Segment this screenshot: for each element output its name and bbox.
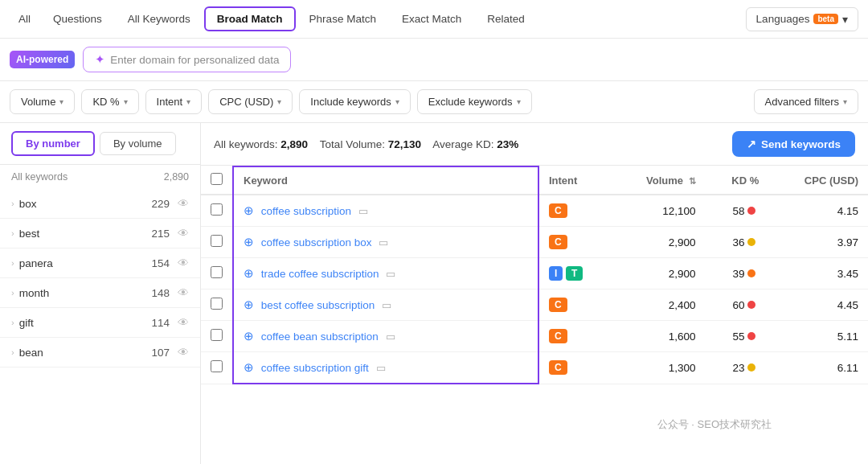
volume-cell: 2,900 bbox=[612, 227, 705, 258]
total-volume-stat-value: 72,130 bbox=[388, 138, 421, 150]
tab-phrase-match[interactable]: Phrase Match bbox=[297, 7, 388, 31]
volume-filter[interactable]: Volume ▾ bbox=[10, 89, 75, 114]
domain-placeholder-text: Enter domain for personalized data bbox=[110, 54, 279, 66]
sidebar-keyword-count: 114 bbox=[151, 317, 170, 329]
eye-icon[interactable]: 👁 bbox=[178, 286, 189, 299]
chevron-right-icon: › bbox=[11, 199, 14, 208]
row-checkbox-cell bbox=[201, 227, 233, 258]
sidebar-item[interactable]: › month 148 👁 bbox=[0, 278, 200, 308]
row-checkbox-cell bbox=[201, 289, 233, 321]
eye-icon[interactable]: 👁 bbox=[178, 346, 189, 359]
intent-badge: C bbox=[549, 203, 567, 218]
sidebar-item[interactable]: › panera 154 👁 bbox=[0, 248, 200, 278]
sidebar-item[interactable]: › best 215 👁 bbox=[0, 219, 200, 248]
chevron-down-icon: ▾ bbox=[124, 97, 128, 106]
cpc-filter[interactable]: CPC (USD) ▾ bbox=[208, 89, 293, 114]
volume-column-header[interactable]: Volume ⇅ bbox=[612, 166, 705, 195]
avg-kd-stat-value: 23% bbox=[497, 138, 518, 150]
sidebar-keyword-count: 107 bbox=[151, 347, 170, 359]
kd-dot bbox=[747, 207, 755, 215]
intent-filter[interactable]: Intent ▾ bbox=[145, 89, 203, 114]
page-icon: ▭ bbox=[376, 362, 386, 374]
table-row: ⊕ best coffee subscription ▭ C 2,400 60 … bbox=[201, 289, 868, 321]
row-checkbox[interactable] bbox=[211, 329, 223, 341]
languages-dropdown[interactable]: Languages beta ▾ bbox=[746, 7, 858, 31]
sidebar-header: All keywords 2,890 bbox=[0, 165, 200, 189]
eye-icon[interactable]: 👁 bbox=[178, 197, 189, 210]
tab-exact-match[interactable]: Exact Match bbox=[390, 7, 473, 31]
add-icon[interactable]: ⊕ bbox=[244, 298, 254, 311]
include-keywords-label: Include keywords bbox=[310, 96, 391, 108]
volume-cell: 2,400 bbox=[612, 289, 705, 321]
row-checkbox[interactable] bbox=[211, 360, 223, 372]
sparkle-icon: ✦ bbox=[95, 52, 105, 67]
eye-icon[interactable]: 👁 bbox=[178, 257, 189, 269]
row-checkbox[interactable] bbox=[211, 266, 223, 278]
eye-icon[interactable]: 👁 bbox=[178, 316, 189, 329]
sidebar-keyword-count: 229 bbox=[151, 198, 170, 210]
chevron-right-icon: › bbox=[11, 228, 14, 238]
sidebar-all-keywords-label: All keywords bbox=[11, 171, 68, 183]
tab-related[interactable]: Related bbox=[475, 7, 537, 31]
kd-dot bbox=[747, 269, 755, 277]
keyword-link[interactable]: trade coffee subscription bbox=[261, 268, 379, 280]
keyword-cell: ⊕ coffee subscription box ▭ bbox=[233, 227, 538, 258]
languages-label: Languages bbox=[756, 13, 810, 25]
cpc-cell: 4.45 bbox=[768, 289, 868, 321]
domain-bar: AI-powered ✦ Enter domain for personaliz… bbox=[0, 39, 868, 81]
sidebar-keyword-label: box bbox=[19, 198, 147, 210]
sidebar-controls: By number By volume bbox=[0, 123, 200, 165]
kd-dot bbox=[747, 363, 755, 372]
table-row: ⊕ coffee subscription gift ▭ C 1,300 23 … bbox=[201, 352, 868, 384]
include-keywords-filter[interactable]: Include keywords ▾ bbox=[299, 89, 410, 114]
total-volume-stat-label: Total Volume: bbox=[320, 138, 385, 150]
all-keywords-stat-label: All keywords: bbox=[214, 138, 278, 150]
kd-column-header: KD % bbox=[706, 166, 769, 195]
table-row: ⊕ trade coffee subscription ▭ I T 2,900 … bbox=[201, 258, 868, 289]
eye-icon[interactable]: 👁 bbox=[178, 227, 189, 240]
add-icon[interactable]: ⊕ bbox=[244, 266, 254, 280]
advanced-filters-button[interactable]: Advanced filters ▾ bbox=[754, 89, 859, 114]
kd-cell: 23 bbox=[706, 352, 769, 384]
select-all-checkbox[interactable] bbox=[211, 173, 223, 185]
domain-input-field[interactable]: ✦ Enter domain for personalized data bbox=[83, 47, 291, 72]
kd-dot bbox=[747, 332, 755, 340]
tab-broad-match[interactable]: Broad Match bbox=[204, 6, 296, 31]
row-checkbox[interactable] bbox=[211, 298, 223, 310]
kd-filter[interactable]: KD % ▾ bbox=[81, 89, 138, 114]
row-checkbox[interactable] bbox=[211, 235, 223, 247]
send-keywords-button[interactable]: ↗ Send keywords bbox=[732, 131, 855, 157]
intent-badge: I bbox=[549, 266, 563, 281]
keyword-link[interactable]: coffee subscription bbox=[261, 205, 351, 217]
by-number-button[interactable]: By number bbox=[11, 131, 95, 156]
add-icon[interactable]: ⊕ bbox=[244, 360, 254, 374]
row-checkbox-cell bbox=[201, 321, 233, 352]
add-icon[interactable]: ⊕ bbox=[244, 203, 254, 217]
tab-questions[interactable]: Questions bbox=[41, 7, 114, 31]
chevron-down-icon: ▾ bbox=[395, 97, 399, 106]
sidebar-item[interactable]: › bean 107 👁 bbox=[0, 338, 200, 368]
row-checkbox-cell bbox=[201, 258, 233, 289]
intent-badge: C bbox=[549, 235, 567, 249]
main-content: By number By volume All keywords 2,890 ›… bbox=[0, 123, 868, 464]
sidebar-items-list: › box 229 👁 › best 215 👁 › panera 154 👁 … bbox=[0, 189, 200, 464]
keyword-link[interactable]: best coffee subscription bbox=[261, 299, 375, 311]
by-volume-button[interactable]: By volume bbox=[100, 132, 176, 155]
sidebar-item[interactable]: › gift 114 👁 bbox=[0, 308, 200, 338]
keyword-column-header[interactable]: Keyword bbox=[233, 166, 538, 195]
keyword-link[interactable]: coffee subscription gift bbox=[261, 362, 369, 374]
table-row: ⊕ coffee subscription box ▭ C 2,900 36 3… bbox=[201, 227, 868, 258]
tab-all-keywords[interactable]: All Keywords bbox=[116, 7, 203, 31]
row-checkbox[interactable] bbox=[211, 203, 223, 216]
sidebar-item[interactable]: › box 229 👁 bbox=[0, 189, 200, 219]
intent-label: Intent bbox=[157, 96, 183, 108]
exclude-keywords-filter[interactable]: Exclude keywords ▾ bbox=[417, 89, 532, 114]
kd-cell: 36 bbox=[706, 227, 769, 258]
add-icon[interactable]: ⊕ bbox=[244, 329, 254, 343]
sidebar-all-keywords-count: 2,890 bbox=[164, 171, 189, 183]
add-icon[interactable]: ⊕ bbox=[244, 235, 254, 248]
keyword-link[interactable]: coffee subscription box bbox=[261, 236, 372, 248]
keyword-link[interactable]: coffee bean subscription bbox=[261, 331, 379, 343]
intent-cell: C bbox=[538, 227, 612, 258]
tab-all[interactable]: All bbox=[10, 7, 39, 31]
